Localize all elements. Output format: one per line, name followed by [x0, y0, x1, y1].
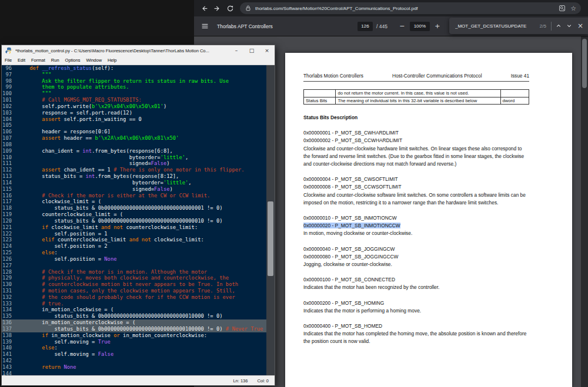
maximize-button[interactable]: □ — [244, 45, 259, 56]
menu-run[interactable]: Run — [48, 58, 62, 63]
menu-edit[interactable]: Edit — [15, 58, 28, 63]
code-line-128[interactable]: 128 # Check if the motor is in motion. A… — [2, 269, 266, 275]
menu-format[interactable]: Format — [28, 58, 48, 63]
menu-icon[interactable] — [201, 22, 209, 30]
code-line-112[interactable]: 112 assert chan_ident == 1 # There is on… — [2, 167, 266, 173]
find-previous-button[interactable] — [553, 23, 564, 29]
code-line-103[interactable]: 103 response = self.port.read(12) — [2, 110, 266, 116]
browser-scrollbar-thumb[interactable] — [582, 39, 587, 88]
code-line-120[interactable]: 120 status_bits & 0b00000000000000000000… — [2, 218, 266, 224]
code-line-124[interactable]: 124 self.position = 2 — [2, 243, 266, 250]
code-line-108[interactable]: 108 — [2, 142, 266, 148]
status-bit-code: 0x00000004 - P_MOT_SB_CWSOFTLIMIT — [303, 176, 529, 183]
code-line-126[interactable]: 126 self.position = None — [2, 256, 266, 263]
menu-file[interactable]: File — [2, 58, 15, 63]
code-line-131[interactable]: 131 # motion cases, only the clockwise m… — [2, 288, 266, 294]
line-number: 138 — [2, 332, 15, 339]
code-line-118[interactable]: 118 status_bits & 0b00000000000000000000… — [2, 205, 266, 211]
code-line-111[interactable]: 111 signed=False) — [2, 160, 266, 167]
idle-titlebar[interactable]: *thorlabs_motion_control.py - C:\Users\M… — [2, 45, 275, 56]
code-line-138[interactable]: 138 if in_motion_clockwise or in_motion_… — [2, 332, 266, 339]
code-line-134[interactable]: 134 in_motion_clockwise = ( — [2, 307, 266, 313]
menu-options[interactable]: Options — [62, 58, 83, 63]
find-bar-divider — [551, 22, 552, 31]
line-number: 127 — [2, 263, 15, 269]
code-line-135[interactable]: 135 status_bits & 0b00000000000000000000… — [2, 313, 266, 319]
forward-button[interactable] — [211, 2, 223, 15]
code-line-132[interactable]: 132 # the code should probably check for… — [2, 294, 266, 301]
code-line-136[interactable]: 136 in_motion_counterclockwise = ( — [2, 319, 266, 326]
code-line-143[interactable]: 143 return None — [2, 364, 266, 371]
minimize-button[interactable]: – — [229, 45, 244, 56]
reload-button[interactable] — [223, 2, 236, 15]
zoom-out-button[interactable]: − — [398, 22, 406, 30]
code-line-106[interactable]: 106 header = response[0:6] — [2, 129, 266, 135]
code-line-100[interactable]: 100 """ — [2, 90, 266, 97]
line-number: 112 — [2, 167, 15, 173]
favorite-star-icon[interactable]: ☆ — [570, 5, 576, 12]
code-line-97[interactable]: 97 """ — [2, 72, 266, 78]
site-info-lock-icon[interactable] — [245, 5, 252, 12]
idle-scrollbar[interactable] — [266, 65, 275, 375]
code-line-117[interactable]: 117 clockwise_limit = ( — [2, 198, 266, 205]
find-close-icon[interactable]: × — [577, 22, 583, 30]
url-text: thorlabs.com/Software/Motion%20Control/A… — [255, 6, 418, 11]
code-line-96[interactable]: 96 def __refresh_status(self): — [2, 65, 266, 72]
code-line-141[interactable]: 141 self.moving = False — [2, 351, 266, 358]
line-number: 133 — [2, 301, 15, 307]
code-line-142[interactable]: 142 — [2, 358, 266, 364]
code-line-116[interactable]: 116 # Check if the motor is either at th… — [2, 193, 266, 199]
idle-scrollbar-thumb[interactable] — [268, 201, 273, 276]
code-line-115[interactable]: 115 signed=False) — [2, 186, 266, 193]
back-button[interactable] — [198, 2, 211, 15]
image-search-icon[interactable] — [559, 5, 566, 12]
code-line-130[interactable]: 130 # counterclockwise motion bit never … — [2, 281, 266, 288]
address-bar[interactable]: thorlabs.com/Software/Motion%20Control/A… — [240, 2, 581, 14]
code-line-105[interactable]: 105 — [2, 122, 266, 129]
status-bit-text: 0x00000200 - P_MOT_SB_HOMING — [303, 300, 384, 306]
browser-scrollbar[interactable] — [581, 36, 588, 387]
code-line-125[interactable]: 125 else: — [2, 250, 266, 256]
code-line-122[interactable]: 122 self.position = 1 — [2, 231, 266, 237]
line-number: 115 — [2, 186, 15, 193]
code-line-137[interactable]: 137 status_bits & 0b00000000000000000000… — [2, 326, 266, 332]
code-line-139[interactable]: 139 self.moving = True — [2, 339, 266, 345]
code-line-133[interactable]: 133 # true. — [2, 301, 266, 307]
pdf-table-body: do not return the motor current. In this… — [304, 90, 529, 105]
code-line-113[interactable]: 113 status_bits = int.from_bytes(respons… — [2, 173, 266, 180]
table-cell — [304, 90, 336, 97]
code-line-98[interactable]: 98 Ask the filter flipper to return its … — [2, 78, 266, 85]
code-line-107[interactable]: 107 assert header == b'\x2A\x04\x06\x00\… — [2, 135, 266, 142]
find-next-button[interactable] — [564, 23, 574, 29]
code-line-110[interactable]: 110 byteorder='little', — [2, 154, 266, 161]
zoom-level[interactable]: 100% — [410, 22, 430, 31]
status-bit-code: 0x00000001 - P_MOT_SB_CWHARDLIMIT — [303, 129, 529, 137]
reload-icon — [226, 5, 234, 12]
code-line-99[interactable]: 99 them to populate attributes. — [2, 84, 266, 90]
section-title: Status Bits Description — [303, 115, 529, 120]
page-number-input[interactable]: 126 — [358, 22, 373, 31]
code-line-121[interactable]: 121 if clockwise_limit and not countercl… — [2, 224, 266, 231]
code-line-114[interactable]: 114 byteorder='little', — [2, 180, 266, 186]
code-line-144[interactable]: 144 — [2, 371, 266, 375]
code-line-127[interactable]: 127 — [2, 263, 266, 269]
pdf-header-center: Host-Controller Communications Protocol — [392, 73, 482, 79]
find-query-input[interactable]: _MOT_GET_DCSTATUSUPDATE — [455, 23, 537, 29]
close-button[interactable]: × — [259, 45, 275, 56]
code-line-101[interactable]: 101 # Call MGMSG_MOT_REQ_STATUSBITS: — [2, 97, 266, 103]
menu-help[interactable]: Help — [105, 58, 119, 63]
code-line-102[interactable]: 102 self.port.write(b'\x29\x04\x00\x50\x… — [2, 103, 266, 110]
table-cell — [500, 90, 529, 97]
code-area[interactable]: 96 def __refresh_status(self):97 """98 A… — [2, 65, 266, 375]
code-line-119[interactable]: 119 counterclockwise_limit = ( — [2, 211, 266, 218]
status-bit-desc: Clockwise and counter-clockwise software… — [303, 191, 529, 207]
menu-window[interactable]: Window — [83, 58, 105, 63]
code-line-104[interactable]: 104 assert self.port.in_waiting == 0 — [2, 116, 266, 123]
zoom-in-button[interactable]: + — [433, 22, 442, 30]
find-match-highlight: 0x00000020 - P_MOT_SB_INMOTIONCCW — [303, 223, 400, 228]
code-line-109[interactable]: 109 chan_ident = int.from_bytes(response… — [2, 148, 266, 154]
line-number: 122 — [2, 231, 15, 237]
code-line-129[interactable]: 129 # physically, moves both clockwise a… — [2, 275, 266, 281]
code-line-123[interactable]: 123 elif counterclockwise_limit and not … — [2, 237, 266, 243]
code-line-140[interactable]: 140 else: — [2, 345, 266, 351]
